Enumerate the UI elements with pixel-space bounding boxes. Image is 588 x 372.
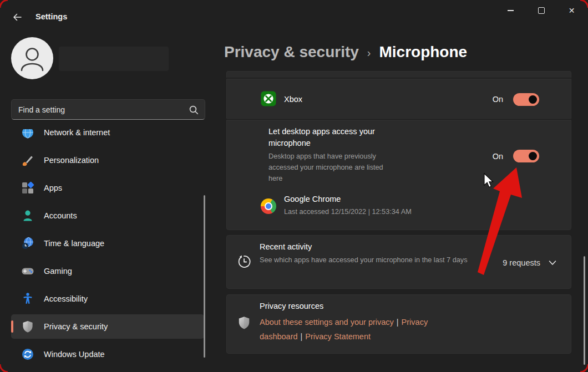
sidebar-item-network[interactable]: Network & internet bbox=[11, 129, 204, 145]
close-icon: ✕ bbox=[569, 7, 575, 14]
xbox-app-row: Xbox On bbox=[226, 79, 571, 119]
xbox-microphone-toggle[interactable] bbox=[513, 93, 539, 106]
globe-icon bbox=[21, 129, 34, 139]
setting-description: Desktop apps that have previously access… bbox=[268, 151, 397, 184]
privacy-links: About these settings and your privacy|Pr… bbox=[260, 315, 493, 344]
shield-icon bbox=[21, 320, 34, 333]
link-privacy-statement[interactable]: Privacy Statement bbox=[305, 332, 371, 341]
chrome-icon-center bbox=[265, 202, 272, 210]
breadcrumb: Privacy & security › Microphone bbox=[224, 40, 467, 64]
toggle-knob bbox=[529, 95, 537, 104]
shield-icon bbox=[237, 315, 251, 330]
sidebar-item-label: Windows Update bbox=[44, 350, 105, 359]
xbox-app-icon bbox=[261, 91, 276, 106]
link-separator: | bbox=[298, 332, 306, 341]
app-name: Xbox bbox=[284, 79, 302, 119]
toggle-state-label: On bbox=[493, 150, 503, 162]
sidebar-item-personalization[interactable]: Personalization bbox=[11, 148, 204, 172]
sidebar-item-label: Personalization bbox=[44, 156, 99, 165]
chrome-app-icon bbox=[261, 198, 276, 214]
apps-icon bbox=[21, 181, 34, 195]
sidebar-scrollbar[interactable] bbox=[204, 195, 205, 358]
search-input[interactable] bbox=[12, 100, 205, 119]
close-button[interactable]: ✕ bbox=[556, 0, 587, 21]
link-about-settings[interactable]: About these settings and your privacy bbox=[260, 318, 394, 327]
sidebar-nav: Network & internet Personalization Apps bbox=[11, 129, 204, 372]
sidebar-item-label: Apps bbox=[44, 184, 62, 192]
link-separator: | bbox=[394, 318, 402, 327]
sidebar-item-apps[interactable]: Apps bbox=[11, 176, 204, 200]
sidebar-item-time-language[interactable]: Time & language bbox=[11, 231, 204, 256]
person-icon bbox=[11, 37, 53, 79]
globe-clock-icon bbox=[21, 237, 34, 250]
toggle-knob bbox=[529, 152, 537, 160]
breadcrumb-parent[interactable]: Privacy & security bbox=[224, 43, 359, 61]
sidebar-item-label: Network & internet bbox=[44, 129, 110, 137]
sidebar-item-label: Gaming bbox=[44, 267, 72, 276]
toggle-state-label: On bbox=[493, 79, 503, 119]
avatar[interactable] bbox=[11, 37, 53, 79]
desktop-apps-card: Let desktop apps access your microphone … bbox=[226, 120, 571, 230]
search-icon bbox=[189, 105, 199, 115]
titlebar: Settings ✕ bbox=[0, 0, 588, 27]
sidebar-item-label: Accounts bbox=[44, 211, 77, 220]
paintbrush-icon bbox=[21, 154, 34, 167]
sidebar-item-privacy-security[interactable]: Privacy & security bbox=[11, 314, 204, 339]
privacy-resources-card: Privacy resources About these settings a… bbox=[226, 294, 571, 354]
minimize-icon bbox=[508, 10, 514, 11]
sidebar-item-windows-update[interactable]: Windows Update bbox=[11, 342, 204, 366]
sidebar-item-label: Privacy & security bbox=[44, 322, 108, 331]
gamepad-icon bbox=[21, 264, 34, 278]
sidebar-item-accessibility[interactable]: Accessibility bbox=[11, 287, 204, 311]
sidebar-item-label: Time & language bbox=[44, 239, 104, 248]
requests-count: 9 requests bbox=[503, 236, 540, 289]
accounts-person-icon bbox=[21, 209, 34, 222]
update-sync-icon bbox=[21, 348, 34, 361]
sidebar-item-label: Accessibility bbox=[44, 294, 88, 303]
selected-accent-pill bbox=[11, 320, 13, 333]
accessibility-person-icon bbox=[21, 292, 34, 305]
app-name: Google Chrome bbox=[284, 195, 341, 203]
recent-activity-card[interactable]: Recent activity See which apps have acce… bbox=[226, 235, 571, 289]
maximize-icon bbox=[538, 7, 545, 14]
window-title: Settings bbox=[36, 0, 67, 33]
back-button[interactable] bbox=[9, 9, 26, 26]
breadcrumb-separator-icon: › bbox=[367, 47, 371, 59]
search-box[interactable] bbox=[11, 99, 205, 120]
sidebar-item-accounts[interactable]: Accounts bbox=[11, 203, 204, 228]
partial-card-above bbox=[226, 71, 571, 78]
setting-description: See which apps have accessed your microp… bbox=[260, 254, 479, 266]
setting-title: Recent activity bbox=[260, 242, 312, 251]
window-controls: ✕ bbox=[495, 0, 587, 21]
maximize-button[interactable] bbox=[526, 0, 556, 21]
setting-title: Privacy resources bbox=[260, 302, 323, 310]
chevron-down-icon[interactable] bbox=[548, 258, 557, 267]
app-last-accessed: Last accessed 12/15/2022 | 12:53:34 AM bbox=[284, 206, 412, 217]
minimize-button[interactable] bbox=[495, 0, 526, 21]
sidebar-item-gaming[interactable]: Gaming bbox=[11, 259, 204, 283]
setting-title: Let desktop apps access your microphone bbox=[268, 126, 407, 149]
page-title: Microphone bbox=[379, 43, 467, 61]
back-arrow-icon bbox=[12, 12, 22, 22]
main-scrollbar[interactable] bbox=[584, 256, 585, 365]
desktop-apps-microphone-toggle[interactable] bbox=[513, 150, 539, 162]
account-name-area bbox=[59, 47, 169, 71]
history-icon bbox=[237, 254, 251, 269]
